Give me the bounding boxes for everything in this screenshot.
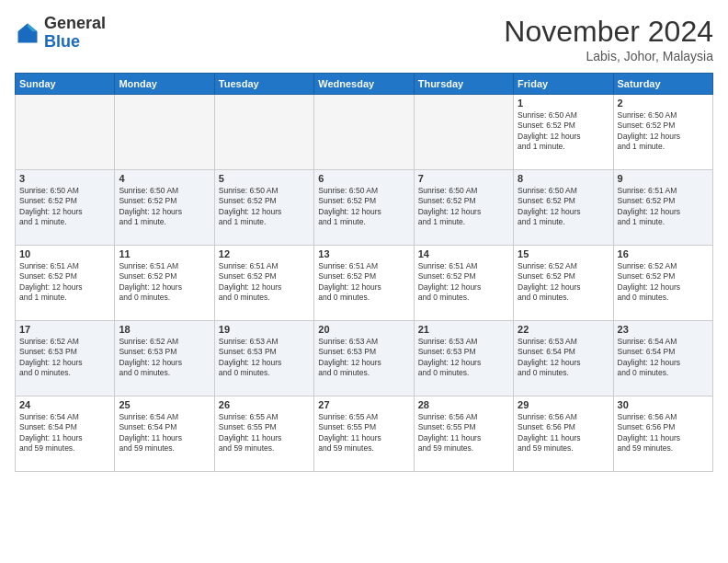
day-number: 19 xyxy=(219,324,310,335)
cell-info: Sunrise: 6:51 AM Sunset: 6:52 PM Dayligh… xyxy=(418,261,509,304)
day-number: 16 xyxy=(618,248,709,259)
calendar-week-4: 17Sunrise: 6:52 AM Sunset: 6:53 PM Dayli… xyxy=(16,321,713,396)
cell-info: Sunrise: 6:54 AM Sunset: 6:54 PM Dayligh… xyxy=(618,337,709,379)
calendar-cell: 1Sunrise: 6:50 AM Sunset: 6:52 PM Daylig… xyxy=(514,95,613,170)
day-number: 29 xyxy=(518,399,609,410)
calendar-table: SundayMondayTuesdayWednesdayThursdayFrid… xyxy=(15,73,713,472)
month-title: November 2024 xyxy=(504,15,713,49)
cell-info: Sunrise: 6:53 AM Sunset: 6:53 PM Dayligh… xyxy=(418,337,509,379)
cell-info: Sunrise: 6:52 AM Sunset: 6:53 PM Dayligh… xyxy=(19,337,110,379)
weekday-saturday: Saturday xyxy=(613,74,712,95)
calendar-cell: 18Sunrise: 6:52 AM Sunset: 6:53 PM Dayli… xyxy=(115,321,214,396)
cell-info: Sunrise: 6:53 AM Sunset: 6:54 PM Dayligh… xyxy=(518,337,609,379)
weekday-thursday: Thursday xyxy=(414,74,513,95)
day-number: 3 xyxy=(19,173,110,184)
cell-info: Sunrise: 6:53 AM Sunset: 6:53 PM Dayligh… xyxy=(219,337,310,379)
day-number: 15 xyxy=(518,248,609,259)
day-number: 25 xyxy=(119,399,210,410)
day-number: 30 xyxy=(618,399,709,410)
day-number: 28 xyxy=(418,399,509,410)
calendar-cell: 4Sunrise: 6:50 AM Sunset: 6:52 PM Daylig… xyxy=(115,170,214,246)
location: Labis, Johor, Malaysia xyxy=(504,49,713,63)
calendar-cell: 21Sunrise: 6:53 AM Sunset: 6:53 PM Dayli… xyxy=(414,321,513,396)
weekday-tuesday: Tuesday xyxy=(214,74,313,95)
cell-info: Sunrise: 6:50 AM Sunset: 6:52 PM Dayligh… xyxy=(518,110,609,153)
cell-info: Sunrise: 6:51 AM Sunset: 6:52 PM Dayligh… xyxy=(19,261,110,304)
cell-info: Sunrise: 6:55 AM Sunset: 6:55 PM Dayligh… xyxy=(318,412,409,454)
cell-info: Sunrise: 6:51 AM Sunset: 6:52 PM Dayligh… xyxy=(618,186,709,228)
day-number: 8 xyxy=(518,173,609,184)
calendar-cell: 22Sunrise: 6:53 AM Sunset: 6:54 PM Dayli… xyxy=(514,321,613,396)
cell-info: Sunrise: 6:56 AM Sunset: 6:55 PM Dayligh… xyxy=(418,412,509,454)
logo-icon xyxy=(15,20,40,46)
cell-info: Sunrise: 6:54 AM Sunset: 6:54 PM Dayligh… xyxy=(19,412,110,454)
calendar-cell: 5Sunrise: 6:50 AM Sunset: 6:52 PM Daylig… xyxy=(214,170,313,246)
cell-info: Sunrise: 6:53 AM Sunset: 6:53 PM Dayligh… xyxy=(318,337,409,379)
cell-info: Sunrise: 6:55 AM Sunset: 6:55 PM Dayligh… xyxy=(219,412,310,454)
cell-info: Sunrise: 6:56 AM Sunset: 6:56 PM Dayligh… xyxy=(618,412,709,454)
cell-info: Sunrise: 6:52 AM Sunset: 6:52 PM Dayligh… xyxy=(618,261,709,304)
day-number: 22 xyxy=(518,324,609,335)
calendar-cell: 15Sunrise: 6:52 AM Sunset: 6:52 PM Dayli… xyxy=(514,246,613,321)
cell-info: Sunrise: 6:50 AM Sunset: 6:52 PM Dayligh… xyxy=(418,186,509,228)
calendar-cell: 14Sunrise: 6:51 AM Sunset: 6:52 PM Dayli… xyxy=(414,246,513,321)
logo-text: General Blue xyxy=(44,15,106,52)
calendar-cell xyxy=(314,95,414,170)
cell-info: Sunrise: 6:50 AM Sunset: 6:52 PM Dayligh… xyxy=(219,186,310,228)
calendar-cell: 2Sunrise: 6:50 AM Sunset: 6:52 PM Daylig… xyxy=(613,95,712,170)
calendar-week-2: 3Sunrise: 6:50 AM Sunset: 6:52 PM Daylig… xyxy=(16,170,713,246)
logo-blue: Blue xyxy=(44,32,80,51)
cell-info: Sunrise: 6:50 AM Sunset: 6:52 PM Dayligh… xyxy=(19,186,110,228)
calendar-week-5: 24Sunrise: 6:54 AM Sunset: 6:54 PM Dayli… xyxy=(16,396,713,472)
day-number: 5 xyxy=(219,173,310,184)
day-number: 24 xyxy=(19,399,110,410)
cell-info: Sunrise: 6:50 AM Sunset: 6:52 PM Dayligh… xyxy=(618,110,709,153)
calendar-cell: 30Sunrise: 6:56 AM Sunset: 6:56 PM Dayli… xyxy=(613,396,712,472)
calendar-cell xyxy=(414,95,513,170)
calendar-cell xyxy=(115,95,214,170)
cell-info: Sunrise: 6:51 AM Sunset: 6:52 PM Dayligh… xyxy=(119,261,210,304)
weekday-wednesday: Wednesday xyxy=(314,74,414,95)
weekday-header-row: SundayMondayTuesdayWednesdayThursdayFrid… xyxy=(16,74,713,95)
day-number: 20 xyxy=(318,324,409,335)
calendar-cell xyxy=(214,95,313,170)
calendar-cell: 6Sunrise: 6:50 AM Sunset: 6:52 PM Daylig… xyxy=(314,170,414,246)
day-number: 9 xyxy=(618,173,709,184)
day-number: 21 xyxy=(418,324,509,335)
calendar-cell: 19Sunrise: 6:53 AM Sunset: 6:53 PM Dayli… xyxy=(214,321,313,396)
day-number: 18 xyxy=(119,324,210,335)
calendar-cell: 9Sunrise: 6:51 AM Sunset: 6:52 PM Daylig… xyxy=(613,170,712,246)
cell-info: Sunrise: 6:51 AM Sunset: 6:52 PM Dayligh… xyxy=(219,261,310,304)
day-number: 4 xyxy=(119,173,210,184)
calendar-cell: 28Sunrise: 6:56 AM Sunset: 6:55 PM Dayli… xyxy=(414,396,513,472)
calendar-cell: 10Sunrise: 6:51 AM Sunset: 6:52 PM Dayli… xyxy=(16,246,115,321)
day-number: 17 xyxy=(19,324,110,335)
calendar-cell xyxy=(16,95,115,170)
cell-info: Sunrise: 6:50 AM Sunset: 6:52 PM Dayligh… xyxy=(318,186,409,228)
logo-general: General xyxy=(44,14,106,32)
calendar-cell: 3Sunrise: 6:50 AM Sunset: 6:52 PM Daylig… xyxy=(16,170,115,246)
day-number: 1 xyxy=(518,98,609,109)
cell-info: Sunrise: 6:56 AM Sunset: 6:56 PM Dayligh… xyxy=(518,412,609,454)
day-number: 7 xyxy=(418,173,509,184)
day-number: 14 xyxy=(418,248,509,259)
cell-info: Sunrise: 6:50 AM Sunset: 6:52 PM Dayligh… xyxy=(119,186,210,228)
calendar-cell: 24Sunrise: 6:54 AM Sunset: 6:54 PM Dayli… xyxy=(16,396,115,472)
calendar-cell: 29Sunrise: 6:56 AM Sunset: 6:56 PM Dayli… xyxy=(514,396,613,472)
logo: General Blue xyxy=(15,15,106,52)
header: General Blue November 2024 Labis, Johor,… xyxy=(15,15,713,63)
page: General Blue November 2024 Labis, Johor,… xyxy=(0,0,728,563)
day-number: 10 xyxy=(19,248,110,259)
calendar-cell: 11Sunrise: 6:51 AM Sunset: 6:52 PM Dayli… xyxy=(115,246,214,321)
day-number: 6 xyxy=(318,173,409,184)
calendar-cell: 17Sunrise: 6:52 AM Sunset: 6:53 PM Dayli… xyxy=(16,321,115,396)
day-number: 11 xyxy=(119,248,210,259)
calendar-cell: 27Sunrise: 6:55 AM Sunset: 6:55 PM Dayli… xyxy=(314,396,414,472)
day-number: 27 xyxy=(318,399,409,410)
calendar-week-3: 10Sunrise: 6:51 AM Sunset: 6:52 PM Dayli… xyxy=(16,246,713,321)
calendar-cell: 20Sunrise: 6:53 AM Sunset: 6:53 PM Dayli… xyxy=(314,321,414,396)
day-number: 13 xyxy=(318,248,409,259)
day-number: 23 xyxy=(618,324,709,335)
calendar-cell: 13Sunrise: 6:51 AM Sunset: 6:52 PM Dayli… xyxy=(314,246,414,321)
calendar-cell: 26Sunrise: 6:55 AM Sunset: 6:55 PM Dayli… xyxy=(214,396,313,472)
